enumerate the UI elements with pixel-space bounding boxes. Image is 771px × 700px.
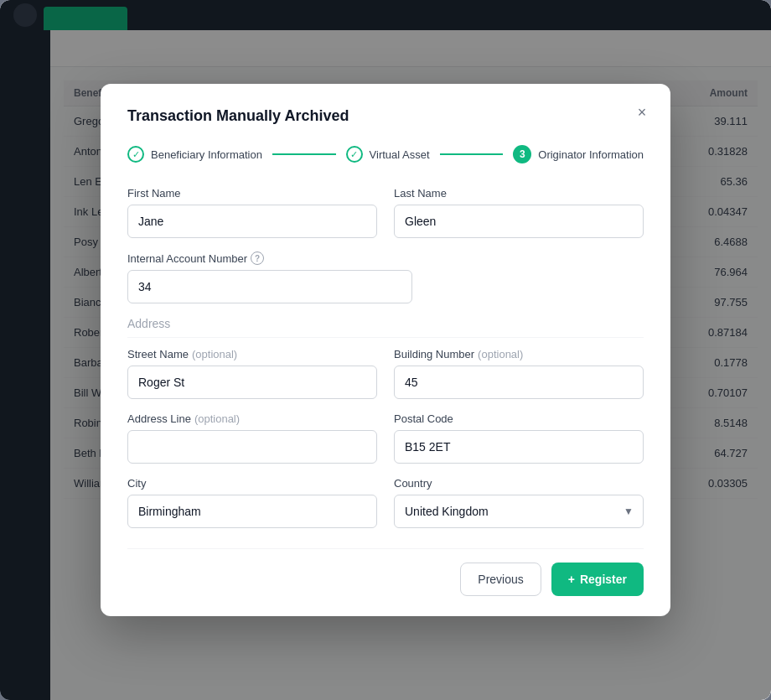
address-line-input[interactable]: [127, 430, 377, 464]
building-optional: (optional): [478, 348, 523, 360]
step-line-1: [272, 153, 336, 155]
modal-footer: Previous + Register: [127, 548, 644, 596]
country-select[interactable]: United Kingdom United States Germany Fra…: [394, 495, 644, 528]
modal-title: Transaction Manually Archived: [127, 107, 644, 125]
street-name-label: Street Name (optional): [127, 348, 377, 360]
step-1: ✓ Beneficiary Information: [127, 146, 262, 163]
street-name-group: Street Name (optional): [127, 348, 377, 399]
city-group: City: [127, 477, 377, 528]
first-name-group: First Name: [127, 187, 377, 238]
step-1-label: Beneficiary Information: [151, 148, 262, 161]
register-icon: +: [568, 573, 575, 586]
step-2-icon: ✓: [346, 146, 363, 163]
register-label: Register: [580, 573, 627, 586]
first-name-label: First Name: [127, 187, 377, 200]
address-line-label: Address Line (optional): [127, 412, 377, 425]
step-3-icon: 3: [513, 145, 531, 163]
postal-code-label: Postal Code: [394, 412, 644, 425]
step-2: ✓ Virtual Asset: [346, 146, 430, 163]
stepper: ✓ Beneficiary Information ✓ Virtual Asse…: [127, 145, 644, 163]
building-number-label: Building Number (optional): [394, 348, 644, 360]
register-button[interactable]: + Register: [551, 563, 644, 596]
name-row: First Name Last Name: [127, 187, 644, 238]
last-name-input[interactable]: [394, 205, 644, 238]
city-label: City: [127, 477, 377, 490]
help-icon[interactable]: ?: [251, 251, 264, 265]
modal-overlay: Transaction Manually Archived × ✓ Benefi…: [0, 0, 771, 700]
country-group: Country United Kingdom United States Ger…: [394, 477, 644, 528]
address-postal-row: Address Line (optional) Postal Code: [127, 412, 644, 464]
account-number-label: Internal Account Number ?: [127, 251, 412, 265]
account-number-input[interactable]: [127, 270, 412, 303]
account-row: Internal Account Number ?: [127, 251, 644, 303]
city-input[interactable]: [127, 495, 377, 528]
postal-code-input[interactable]: [394, 430, 644, 464]
address-section-label: Address: [127, 317, 644, 338]
step-2-label: Virtual Asset: [370, 148, 430, 161]
step-1-icon: ✓: [127, 146, 144, 163]
step-line-2: [440, 153, 504, 155]
building-number-input[interactable]: [394, 366, 644, 399]
street-name-input[interactable]: [127, 366, 377, 399]
last-name-label: Last Name: [394, 187, 644, 200]
country-label: Country: [394, 477, 644, 490]
street-optional: (optional): [192, 348, 237, 360]
address-optional: (optional): [194, 412, 240, 425]
building-number-group: Building Number (optional): [394, 348, 644, 399]
last-name-group: Last Name: [394, 187, 644, 238]
step-3: 3 Originator Information: [513, 145, 644, 163]
account-number-group: Internal Account Number ?: [127, 251, 412, 303]
step-3-label: Originator Information: [538, 148, 644, 161]
city-country-row: City Country United Kingdom United State…: [127, 477, 644, 528]
close-button[interactable]: ×: [630, 101, 654, 124]
modal-dialog: Transaction Manually Archived × ✓ Benefi…: [101, 84, 670, 616]
street-building-row: Street Name (optional) Building Number (…: [127, 348, 644, 399]
first-name-input[interactable]: [127, 205, 377, 238]
country-select-wrapper: United Kingdom United States Germany Fra…: [394, 495, 644, 528]
postal-code-group: Postal Code: [394, 412, 644, 464]
address-line-group: Address Line (optional): [127, 412, 377, 464]
form-body: First Name Last Name Internal Account Nu…: [127, 187, 644, 528]
previous-button[interactable]: Previous: [460, 563, 541, 596]
